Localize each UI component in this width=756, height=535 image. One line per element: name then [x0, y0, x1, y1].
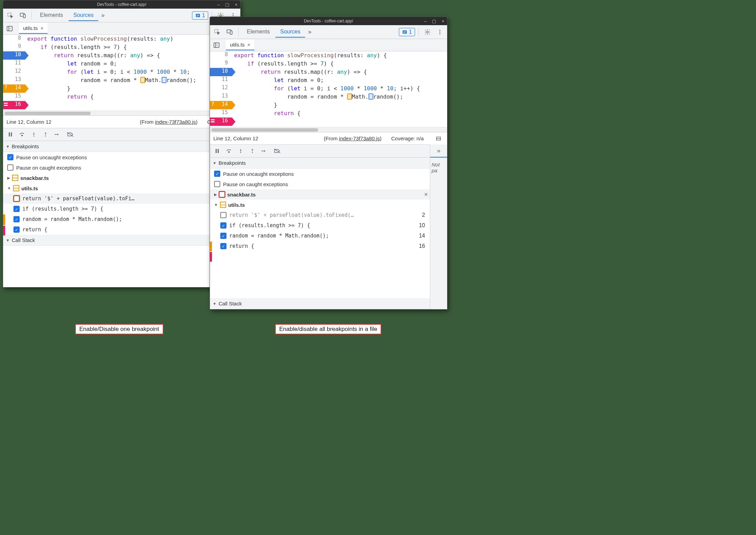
pause-uncaught-row[interactable]: Pause on uncaught exceptions	[210, 169, 430, 179]
pause-icon[interactable]	[212, 146, 222, 156]
line-number[interactable]: 12	[210, 84, 230, 91]
tab-elements[interactable]: Elements	[242, 27, 275, 38]
inspect-icon[interactable]	[5, 10, 16, 21]
file-tab-utils[interactable]: utils.ts ×	[226, 40, 254, 50]
chevron-down-icon: ▼	[6, 144, 10, 149]
checkbox-checked[interactable]	[13, 226, 20, 233]
checkbox-checked[interactable]	[7, 154, 13, 160]
horizontal-scrollbar[interactable]	[3, 111, 240, 115]
checkbox-unchecked[interactable]	[214, 181, 220, 187]
sourcemap-link[interactable]: index-73f73a80.js	[155, 119, 196, 125]
deactivate-breakpoints-icon[interactable]	[65, 129, 75, 140]
checkbox-unchecked[interactable]	[220, 212, 226, 218]
maximize-button[interactable]: ▢	[431, 19, 437, 24]
file-checkbox-unchecked[interactable]	[219, 191, 225, 198]
issues-badge[interactable]: 1	[399, 28, 415, 36]
breakpoint-item[interactable]: random = random * Math.random(); 14	[210, 231, 430, 241]
collapse-icon[interactable]	[433, 133, 444, 144]
breakpoint-item[interactable]: return '$' + parseFloat(value).toFixed(……	[210, 210, 430, 220]
line-number[interactable]: 14	[210, 101, 230, 107]
device-toggle-icon[interactable]	[224, 27, 235, 37]
delete-icon[interactable]: ×	[424, 191, 428, 198]
line-number[interactable]: 14	[3, 84, 23, 91]
inspect-icon[interactable]	[212, 27, 222, 37]
line-number[interactable]: 16	[210, 118, 230, 124]
line-number[interactable]: 13	[3, 76, 23, 82]
code-editor[interactable]: 8 9 10 11 12 13 ? 14 15 16 export functi…	[3, 35, 240, 111]
device-toggle-icon[interactable]	[18, 10, 28, 21]
checkbox-checked[interactable]	[220, 233, 226, 239]
svg-rect-25	[230, 31, 232, 34]
line-number[interactable]: 15	[3, 93, 23, 99]
checkbox-checked[interactable]	[13, 206, 20, 212]
step-over-icon[interactable]	[224, 146, 234, 156]
tab-sources[interactable]: Sources	[69, 10, 99, 21]
line-number[interactable]: 15	[210, 109, 230, 115]
breakpoint-file-utils[interactable]: ▼ <> utils.ts	[3, 183, 240, 193]
pause-uncaught-row[interactable]: Pause on uncaught exceptions	[3, 152, 240, 162]
close-button[interactable]: ×	[233, 2, 239, 7]
line-number[interactable]: 11	[3, 60, 23, 66]
breakpoint-item[interactable]: return '$' + parseFloat(value).toFi… ✎ ×…	[3, 193, 240, 204]
breakpoint-item[interactable]: random = random * Math.random(); 14	[3, 214, 240, 224]
step-icon[interactable]	[52, 129, 62, 140]
deactivate-breakpoints-icon[interactable]	[272, 146, 282, 156]
line-number[interactable]: 13	[210, 93, 230, 99]
callstack-header[interactable]: ▼Call Stack	[210, 298, 430, 309]
breakpoint-file-snackbar[interactable]: ▶ snackbar.ts ×	[210, 189, 430, 200]
minimize-button[interactable]: –	[216, 2, 221, 7]
tab-sources[interactable]: Sources	[275, 27, 305, 38]
step-into-icon[interactable]	[29, 129, 39, 140]
close-icon[interactable]: ×	[248, 42, 251, 48]
kebab-menu-icon[interactable]	[435, 27, 445, 37]
breakpoint-item[interactable]: return { 16	[3, 224, 240, 235]
step-out-icon[interactable]	[247, 146, 258, 156]
code-editor[interactable]: 8 9 10 11 12 13 ? 14 15 16 export functi…	[210, 51, 447, 127]
line-number[interactable]: 8	[210, 51, 230, 58]
step-over-icon[interactable]	[17, 129, 27, 140]
checkbox-unchecked[interactable]	[7, 164, 13, 171]
step-into-icon[interactable]	[235, 146, 246, 156]
pause-caught-row[interactable]: Pause on caught exceptions	[3, 162, 240, 173]
breakpoint-item[interactable]: if (results.length >= 7) { 10	[3, 204, 240, 214]
more-tabs-icon[interactable]: »	[99, 12, 107, 19]
pause-icon[interactable]	[5, 129, 16, 140]
close-button[interactable]: ×	[440, 19, 446, 24]
line-number[interactable]: 10	[3, 51, 23, 58]
sourcemap-link[interactable]: index-73f73a80.js	[339, 135, 380, 141]
settings-icon[interactable]	[422, 27, 433, 37]
checkbox-checked[interactable]	[13, 216, 20, 222]
breakpoint-item[interactable]: return { 16	[210, 241, 430, 251]
breakpoint-file-utils[interactable]: ▼ <> utils.ts	[210, 200, 430, 210]
step-out-icon[interactable]	[40, 129, 51, 140]
show-navigator-icon[interactable]	[4, 23, 15, 34]
checkbox-checked[interactable]	[220, 222, 226, 229]
checkbox-checked[interactable]	[220, 243, 226, 249]
step-icon[interactable]	[259, 146, 269, 156]
line-number[interactable]: 8	[3, 35, 23, 41]
callstack-header[interactable]: ▼Call Stack	[3, 235, 240, 246]
breakpoint-file-snackbar[interactable]: ▶ <> snackbar.ts	[3, 173, 240, 183]
show-navigator-icon[interactable]	[211, 40, 222, 50]
issues-badge[interactable]: 1	[192, 11, 208, 20]
tab-elements[interactable]: Elements	[35, 10, 68, 21]
line-number[interactable]: 16	[3, 101, 23, 107]
line-number[interactable]: 10	[210, 68, 230, 74]
breakpoints-header[interactable]: ▼Breakpoints	[210, 158, 430, 169]
pause-caught-row[interactable]: Pause on caught exceptions	[210, 179, 430, 189]
line-number[interactable]: 9	[210, 60, 230, 66]
minimize-button[interactable]: –	[423, 19, 428, 24]
line-number[interactable]: 9	[3, 43, 23, 49]
checkbox-checked[interactable]	[214, 171, 220, 177]
breakpoints-header[interactable]: ▼Breakpoints	[3, 141, 240, 152]
maximize-button[interactable]: ▢	[224, 2, 231, 7]
file-tab-utils[interactable]: utils.ts ×	[19, 23, 48, 34]
breakpoint-item[interactable]: if (results.length >= 7) { 10	[210, 220, 430, 231]
line-number[interactable]: 12	[3, 68, 23, 74]
close-icon[interactable]: ×	[41, 25, 44, 31]
more-tabs-icon[interactable]: »	[306, 28, 313, 36]
expand-drawer-icon[interactable]: »	[435, 147, 442, 154]
checkbox-unchecked[interactable]	[13, 195, 20, 202]
horizontal-scrollbar[interactable]	[210, 127, 447, 132]
line-number[interactable]: 11	[210, 76, 230, 82]
